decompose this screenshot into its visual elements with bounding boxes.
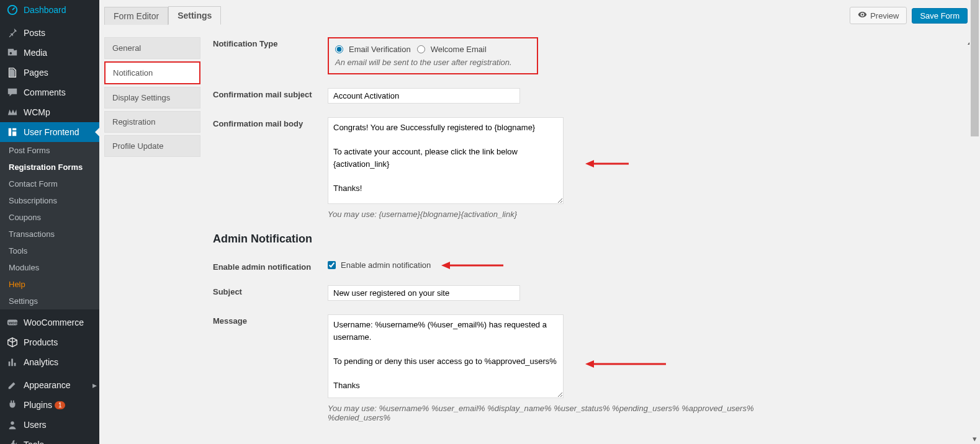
radio-welcome-email[interactable]	[417, 45, 425, 53]
form-area: Notification Type Email Verification Wel…	[200, 25, 945, 436]
main-content: Form Editor Settings Preview Save Form G…	[99, 0, 980, 444]
sub-post-forms[interactable]: Post Forms	[0, 142, 99, 159]
confirmation-body-hint: You may use: {username}{blogname}{activa…	[328, 210, 775, 219]
admin-subject-input[interactable]	[328, 285, 520, 301]
sidebar-item-tools[interactable]: Tools	[0, 435, 99, 444]
dashboard-icon	[6, 4, 19, 16]
plugins-icon	[6, 399, 19, 411]
flyout-arrow-icon: ▸	[92, 380, 97, 390]
tab-form-editor[interactable]: Form Editor	[104, 7, 168, 25]
sidebar-item-user-frontend[interactable]: User Frontend	[0, 122, 99, 142]
sidebar-item-media[interactable]: Media	[0, 43, 99, 63]
admin-sidebar: Dashboard Posts Media Pages Comments WCM…	[0, 0, 99, 444]
preview-button[interactable]: Preview	[850, 7, 907, 24]
radio-label-email-verification: Email Verification	[349, 45, 411, 54]
stab-registration[interactable]: Registration	[104, 111, 200, 133]
preview-label: Preview	[870, 11, 899, 20]
stab-notification[interactable]: Notification	[104, 61, 200, 84]
annotation-arrow-icon	[585, 358, 666, 370]
svg-text:woo: woo	[8, 320, 18, 326]
tab-bar: Form Editor Settings Preview Save Form	[99, 0, 968, 25]
pages-icon	[6, 67, 19, 78]
sidebar-label: Products	[24, 337, 58, 347]
svg-marker-8	[441, 262, 450, 269]
sidebar-item-appearance[interactable]: Appearance ▸	[0, 375, 99, 395]
notification-type-box: Email Verification Welcome Email An emai…	[328, 37, 538, 74]
enable-admin-cb-label: Enable admin notification	[341, 260, 431, 270]
sub-transactions[interactable]: Transactions	[0, 226, 99, 242]
sidebar-label: WooCommerce	[24, 317, 84, 327]
sidebar-item-products[interactable]: Products	[0, 332, 99, 352]
admin-subject-label: Subject	[213, 285, 328, 296]
svg-marker-10	[585, 360, 594, 368]
sidebar-item-plugins[interactable]: Plugins 1	[0, 395, 99, 415]
sidebar-item-wcmp[interactable]: WCMp	[0, 102, 99, 122]
sidebar-label: User Frontend	[24, 127, 79, 137]
sidebar-item-woocommerce[interactable]: woo WooCommerce	[0, 313, 99, 332]
appearance-icon	[6, 380, 19, 391]
sidebar-label: Tools	[24, 440, 44, 444]
radio-email-verification[interactable]	[335, 45, 343, 53]
admin-notification-heading: Admin Notification	[213, 233, 945, 246]
notification-type-radios: Email Verification Welcome Email	[335, 45, 512, 54]
sidebar-label: Media	[24, 48, 47, 58]
annotation-arrow-icon	[441, 259, 503, 272]
eye-icon	[858, 10, 867, 21]
sub-modules[interactable]: Modules	[0, 259, 99, 276]
sidebar-item-analytics[interactable]: Analytics	[0, 352, 99, 372]
confirmation-body-label: Confirmation mail body	[213, 117, 328, 128]
sub-subscriptions[interactable]: Subscriptions	[0, 192, 99, 209]
stab-general[interactable]: General	[104, 37, 200, 59]
sub-registration-forms[interactable]: Registration Forms	[0, 159, 99, 175]
confirmation-subject-label: Confirmation mail subject	[213, 88, 328, 99]
user-frontend-icon	[6, 127, 19, 138]
confirmation-subject-input[interactable]	[328, 88, 520, 104]
sidebar-item-users[interactable]: Users	[0, 415, 99, 435]
confirmation-body-textarea[interactable]	[328, 117, 564, 204]
enable-admin-checkbox[interactable]	[328, 261, 336, 269]
scrollbar-down-arrow-icon[interactable]: ▾	[969, 433, 980, 444]
scrollbar[interactable]: ▾	[969, 0, 980, 444]
admin-message-textarea[interactable]	[328, 314, 564, 398]
annotation-arrow-icon	[585, 158, 629, 170]
stab-profile-update[interactable]: Profile Update	[104, 135, 200, 157]
sidebar-item-pages[interactable]: Pages	[0, 63, 99, 82]
svg-point-1	[10, 52, 12, 55]
sidebar-item-posts[interactable]: Posts	[0, 23, 99, 43]
users-icon	[6, 419, 19, 430]
notification-type-label: Notification Type	[213, 37, 328, 48]
notification-type-hint: An email will be sent to the user after …	[335, 58, 512, 67]
sidebar-submenu: Post Forms Registration Forms Contact Fo…	[0, 142, 99, 309]
sidebar-label: Users	[24, 420, 47, 430]
admin-message-hint: You may use: %username% %user_email% %di…	[328, 404, 775, 422]
save-form-button[interactable]: Save Form	[912, 8, 968, 24]
sidebar-label: Appearance	[24, 380, 71, 390]
tab-settings[interactable]: Settings	[168, 6, 221, 25]
admin-message-label: Message	[213, 314, 328, 326]
plugins-update-badge: 1	[55, 401, 66, 409]
stab-display-settings[interactable]: Display Settings	[104, 87, 200, 109]
sub-contact-form[interactable]: Contact Form	[0, 175, 99, 192]
sub-settings[interactable]: Settings	[0, 293, 99, 309]
sidebar-item-comments[interactable]: Comments	[0, 82, 99, 102]
wcmp-icon	[6, 107, 19, 118]
settings-tabs: General Notification Display Settings Re…	[104, 37, 200, 436]
sidebar-item-dashboard[interactable]: Dashboard	[0, 0, 99, 20]
svg-point-4	[11, 422, 14, 425]
sidebar-label: Pages	[24, 68, 48, 78]
sub-tools[interactable]: Tools	[0, 242, 99, 259]
media-icon	[6, 47, 19, 58]
sub-coupons[interactable]: Coupons	[0, 209, 99, 226]
enable-admin-label: Enable admin notification	[213, 260, 328, 272]
radio-label-welcome-email: Welcome Email	[431, 45, 487, 54]
scrollbar-thumb[interactable]	[971, 0, 979, 136]
sub-help[interactable]: Help	[0, 276, 99, 293]
sidebar-label: Posts	[24, 28, 45, 38]
sidebar-label: Plugins	[24, 400, 52, 410]
sidebar-label: Comments	[24, 87, 66, 97]
svg-marker-6	[585, 160, 594, 167]
sidebar-label: Dashboard	[24, 5, 66, 15]
sidebar-label: Analytics	[24, 357, 58, 367]
products-icon	[6, 337, 19, 348]
analytics-icon	[6, 357, 19, 368]
